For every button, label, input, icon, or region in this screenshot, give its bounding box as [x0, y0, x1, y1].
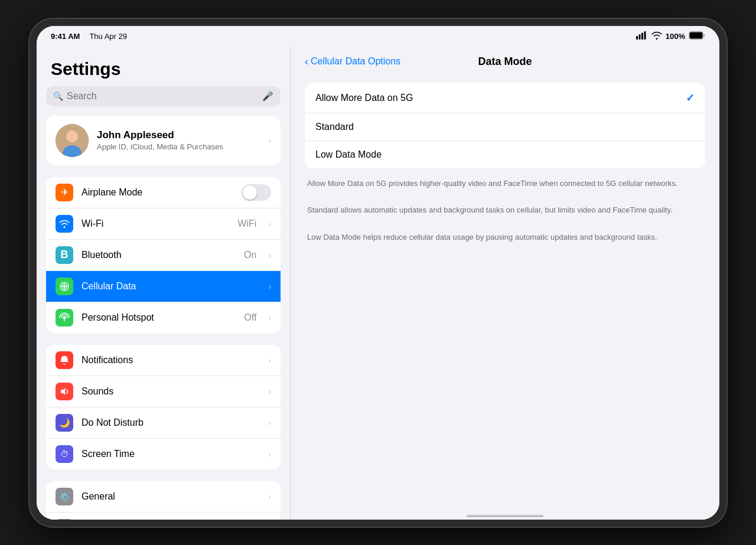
mic-icon: 🎤 — [262, 91, 273, 102]
settings-group-connectivity: ✈ Airplane Mode — [46, 177, 281, 333]
sidebar-item-airplane-mode[interactable]: ✈ Airplane Mode — [46, 177, 281, 208]
general-arrow: › — [268, 492, 271, 501]
sidebar: Settings 🔍 🎤 — [37, 47, 291, 520]
sidebar-item-bluetooth[interactable]: B Bluetooth On › — [46, 240, 281, 271]
personal-hotspot-label: Personal Hotspot — [82, 312, 236, 323]
cellular-data-arrow: › — [268, 282, 271, 291]
nav-back-label: Cellular Data Options — [311, 56, 400, 67]
settings-group-notifications: Notifications › Sounds › — [46, 345, 281, 469]
cellular-data-label: Cellular Data — [82, 281, 260, 292]
control-center-icon: ◧ — [56, 519, 73, 520]
bluetooth-value: On — [244, 250, 256, 260]
svg-point-7 — [66, 130, 78, 142]
option-low-data-mode[interactable]: Low Data Mode — [305, 141, 705, 168]
sidebar-item-notifications[interactable]: Notifications › — [46, 345, 281, 376]
content-area: Settings 🔍 🎤 — [37, 47, 719, 520]
wifi-arrow: › — [268, 219, 271, 229]
option-allow-more-data[interactable]: Allow More Data on 5G ✓ — [305, 83, 705, 113]
battery-percent: 100% — [666, 32, 685, 41]
sidebar-item-general[interactable]: ⚙️ General › — [46, 481, 281, 513]
personal-hotspot-arrow: › — [268, 313, 271, 322]
airplane-mode-icon: ✈ — [56, 184, 73, 201]
search-icon: 🔍 — [53, 92, 63, 101]
home-bar — [467, 515, 543, 517]
option-label-standard: Standard — [315, 122, 695, 132]
back-chevron-icon: ‹ — [305, 56, 308, 68]
option-label-allow-more-data: Allow More Data on 5G — [315, 93, 686, 103]
checkmark-icon: ✓ — [686, 92, 695, 105]
airplane-mode-toggle[interactable] — [242, 184, 271, 201]
home-indicator — [291, 508, 719, 520]
do-not-disturb-arrow: › — [268, 418, 271, 427]
sidebar-item-control-center[interactable]: ◧ Control Center › — [46, 513, 281, 520]
toggle-knob — [243, 185, 257, 200]
general-label: General — [82, 491, 260, 502]
data-mode-options: Allow More Data on 5G ✓ Standard Low Dat… — [305, 83, 705, 168]
svg-rect-1 — [638, 34, 640, 40]
status-time: 9:41 AM — [51, 32, 80, 41]
profile-info: John Appleseed Apple ID, iCloud, Media &… — [97, 129, 260, 151]
sounds-arrow: › — [268, 387, 271, 396]
sounds-label: Sounds — [82, 386, 260, 397]
wifi-icon — [651, 31, 662, 41]
settings-group-general: ⚙️ General › ◧ Control Center › — [46, 481, 281, 520]
page-title: Data Mode — [478, 56, 532, 68]
description-allow-more-data: Allow More Data on 5G provides higher-qu… — [305, 178, 705, 190]
profile-name: John Appleseed — [97, 129, 260, 141]
bluetooth-label: Bluetooth — [82, 250, 236, 260]
profile-section[interactable]: John Appleseed Apple ID, iCloud, Media &… — [46, 116, 281, 165]
notifications-icon — [56, 351, 73, 369]
nav-back-button[interactable]: ‹ Cellular Data Options — [305, 56, 400, 68]
main-panel: ‹ Cellular Data Options Data Mode Allow … — [291, 47, 719, 520]
search-bar[interactable]: 🔍 🎤 — [46, 86, 281, 106]
status-bar: 9:41 AM Thu Apr 29 — [37, 26, 719, 47]
avatar — [56, 124, 89, 157]
profile-subtitle: Apple ID, iCloud, Media & Purchases — [97, 142, 260, 151]
status-date: Thu Apr 29 — [89, 32, 127, 41]
personal-hotspot-value: Off — [244, 312, 256, 323]
sidebar-item-wifi[interactable]: Wi-Fi WiFi › — [46, 208, 281, 240]
notifications-arrow: › — [268, 355, 271, 365]
option-label-low-data-mode: Low Data Mode — [315, 149, 695, 160]
sidebar-item-cellular-data[interactable]: Cellular Data › — [46, 271, 281, 302]
svg-rect-2 — [641, 33, 643, 40]
nav-header: ‹ Cellular Data Options Data Mode — [291, 47, 719, 74]
option-standard[interactable]: Standard — [305, 113, 705, 141]
wifi-settings-icon — [56, 215, 73, 233]
general-icon: ⚙️ — [56, 488, 73, 505]
do-not-disturb-icon: 🌙 — [56, 414, 73, 432]
status-right: 100% — [636, 31, 705, 41]
airplane-mode-label: Airplane Mode — [82, 187, 233, 198]
search-input[interactable] — [67, 91, 259, 102]
sidebar-item-personal-hotspot[interactable]: Personal Hotspot Off › — [46, 302, 281, 333]
svg-rect-3 — [644, 31, 646, 40]
device-frame: 9:41 AM Thu Apr 29 — [30, 19, 726, 527]
description-low-data-mode: Low Data Mode helps reduce cellular data… — [305, 231, 705, 243]
sidebar-item-sounds[interactable]: Sounds › — [46, 376, 281, 407]
svg-rect-5 — [690, 32, 703, 39]
svg-rect-0 — [636, 36, 638, 40]
sounds-icon — [56, 383, 73, 400]
do-not-disturb-label: Do Not Disturb — [82, 417, 260, 428]
screen-time-icon: ⏱ — [56, 445, 73, 463]
personal-hotspot-icon — [56, 309, 73, 327]
wifi-label: Wi-Fi — [82, 218, 229, 229]
wifi-value: WiFi — [237, 218, 256, 229]
notifications-label: Notifications — [82, 355, 260, 365]
sidebar-item-do-not-disturb[interactable]: 🌙 Do Not Disturb › — [46, 407, 281, 439]
description-standard: Standard allows automatic updates and ba… — [305, 204, 705, 216]
main-content: Allow More Data on 5G ✓ Standard Low Dat… — [291, 74, 719, 508]
sidebar-item-screen-time[interactable]: ⏱ Screen Time › — [46, 439, 281, 469]
device-screen: 9:41 AM Thu Apr 29 — [37, 26, 719, 520]
screen-time-label: Screen Time — [82, 449, 260, 459]
signal-icon — [636, 31, 648, 41]
profile-arrow: › — [268, 136, 271, 145]
battery-icon — [689, 31, 705, 41]
bluetooth-icon: B — [56, 246, 73, 264]
bluetooth-arrow: › — [268, 250, 271, 260]
screen-time-arrow: › — [268, 449, 271, 459]
cellular-data-icon — [56, 278, 73, 295]
sidebar-title: Settings — [37, 47, 290, 86]
